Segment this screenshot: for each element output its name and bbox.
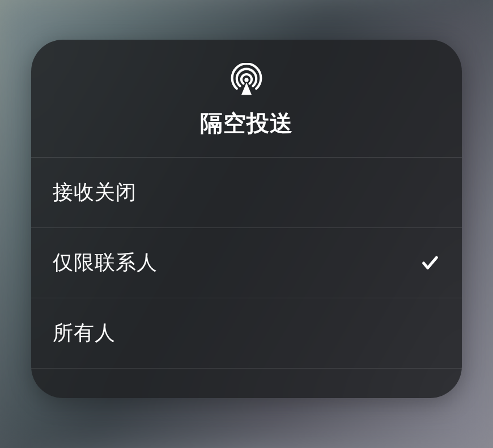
option-label: 仅限联系人 (53, 249, 158, 277)
svg-point-0 (244, 78, 248, 82)
airdrop-settings-panel: 隔空投送 接收关闭 仅限联系人 所有人 (31, 40, 462, 398)
airdrop-icon (230, 62, 264, 96)
option-label: 接收关闭 (53, 179, 137, 206)
option-receiving-off[interactable]: 接收关闭 (31, 158, 462, 228)
checkmark-icon (420, 253, 440, 273)
airdrop-options-list: 接收关闭 仅限联系人 所有人 (31, 158, 462, 369)
option-label: 所有人 (53, 319, 116, 347)
option-contacts-only[interactable]: 仅限联系人 (31, 228, 462, 298)
panel-header: 隔空投送 (31, 40, 462, 158)
panel-title: 隔空投送 (200, 108, 293, 139)
panel-footer (31, 369, 462, 398)
option-everyone[interactable]: 所有人 (31, 298, 462, 369)
